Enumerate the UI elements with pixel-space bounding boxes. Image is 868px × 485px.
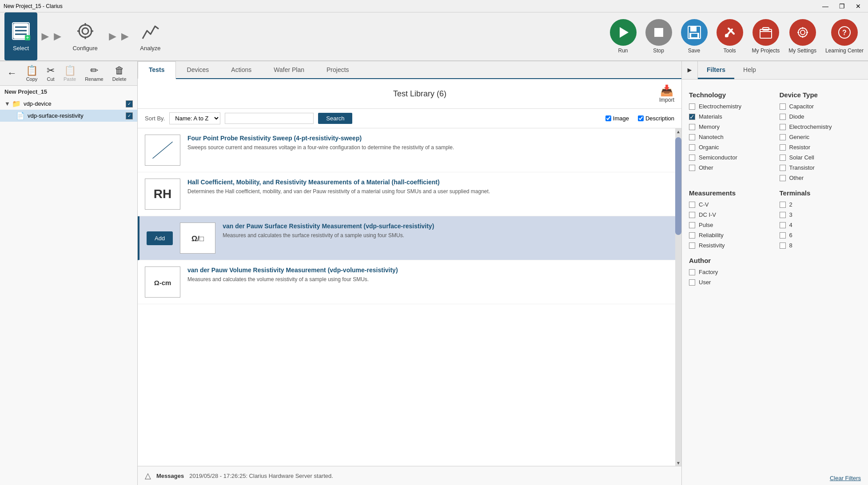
filter-checkbox-3[interactable] [780,212,786,218]
filter-checkbox-electrochemistry-dev[interactable] [780,124,786,130]
search-button[interactable]: Search [318,113,352,124]
filter-checkbox-dciv[interactable] [689,212,695,218]
add-button[interactable]: Add [147,231,173,245]
test-item-vdp-volume[interactable]: Ω-cm van der Pauw Volume Resistivity Mea… [138,260,681,304]
filter-checkbox-nanotech[interactable] [689,134,695,140]
tab-projects[interactable]: Projects [315,61,360,78]
device-item[interactable]: ▼ 📁 vdp-device ✓ [0,98,137,110]
filter-checkbox-user[interactable] [689,279,695,286]
svg-rect-14 [654,28,663,37]
tab-actions[interactable]: Actions [220,61,263,78]
svg-rect-16 [690,26,697,32]
main-toolbar: + Select ►► Configure ►► Analyze [0,12,868,61]
tab-devices[interactable]: Devices [176,61,220,78]
test-item-four-point[interactable]: Four Point Probe Resistivity Sweep (4-pt… [138,128,681,172]
tab-waferplan[interactable]: Wafer Plan [263,61,315,78]
filter-checkbox-electrochemistry-tech[interactable] [689,103,695,110]
test-checkbox[interactable]: ✓ [126,112,133,119]
filter-checkbox-capacitor[interactable] [780,103,786,110]
filter-label-3: 3 [789,211,792,218]
filter-checkbox-factory[interactable] [689,269,695,275]
tab-help[interactable]: Help [734,62,765,79]
filter-label-dciv: DC I-V [699,211,716,218]
display-checkboxes: Image Description [605,115,674,122]
delete-icon: 🗑 [115,65,124,76]
project-name: New Project_15 [0,86,137,98]
filter-checkbox-2[interactable] [780,202,786,208]
filter-checkbox-resistor[interactable] [780,144,786,151]
search-input[interactable] [225,113,314,124]
scrollbar[interactable]: ▲ ▼ [675,128,681,466]
tools-button[interactable]: Tools [717,19,743,54]
back-button[interactable]: ← [4,66,20,81]
configure-button[interactable]: Configure [65,12,104,60]
rename-button[interactable]: ✏ Rename [81,63,107,83]
app-title: New Project_15 - Clarius [4,3,63,9]
maximize-button[interactable]: ❐ [836,3,848,10]
filter-checkbox-reliability[interactable] [689,232,695,239]
filter-checkbox-diode[interactable] [780,114,786,120]
filter-checkbox-transistor[interactable] [780,165,786,171]
description-checkbox[interactable] [638,115,644,121]
messages-expand-icon[interactable]: △ [145,471,151,481]
filter-checkbox-6[interactable] [780,232,786,239]
run-button[interactable]: Run [610,19,637,54]
scrollbar-thumb[interactable] [675,137,681,235]
filter-checkbox-memory[interactable] [689,124,695,130]
filter-checkbox-semiconductor[interactable] [689,155,695,161]
filter-row-pulse: Pulse [689,222,771,228]
scrollbar-down-arrow[interactable]: ▼ [675,460,681,466]
paste-button[interactable]: 📋 Paste [60,63,80,83]
sort-select[interactable]: Name: A to Z [169,112,220,124]
clear-filters-button[interactable]: Clear Filters [682,471,868,485]
filter-checkbox-4[interactable] [780,222,786,228]
toolbar-right: Run Stop Save [610,19,864,54]
select-button[interactable]: + Select [4,12,37,60]
device-type-title: Device Type [780,91,861,99]
test-item-vdp-surface[interactable]: Add Ω/□ van der Pauw Surface Resistivity… [138,216,681,260]
filter-checkbox-solar-cell[interactable] [780,155,786,161]
cut-button[interactable]: ✂ Cut [43,63,58,83]
test-item-hall[interactable]: RH Hall Coefficient, Mobility, and Resis… [138,172,681,216]
stop-button[interactable]: Stop [645,19,672,54]
filter-checkbox-resistivity[interactable] [689,242,695,249]
copy-button[interactable]: 📋 Copy [22,63,41,83]
filter-row-diode: Diode [780,113,861,120]
filter-checkbox-generic[interactable] [780,134,786,140]
filter-checkbox-materials[interactable]: ✓ [689,114,695,120]
delete-button[interactable]: 🗑 Delete [109,63,130,83]
learningcenter-button[interactable]: ? Learning Center [825,19,864,54]
filter-checkbox-organic[interactable] [689,144,695,151]
filter-row-organic: Organic [689,144,771,151]
terminals-title: Terminals [780,189,861,197]
analyze-button[interactable]: Analyze [133,12,167,60]
tab-filters[interactable]: Filters [698,62,734,79]
minimize-button[interactable]: — [819,3,832,10]
author-section: Author Factory User [689,257,861,286]
test-info-vdp-volume: van der Pauw Volume Resistivity Measurem… [187,266,674,283]
close-button[interactable]: ✕ [852,3,864,10]
filter-checkbox-other-dev[interactable] [780,175,786,181]
scrollbar-up-arrow[interactable]: ▲ [675,128,681,135]
device-type-section: Device Type Capacitor Diode Electrochemi… [780,87,861,185]
test-item[interactable]: 📄 vdp-surface-resistivity ✓ [0,110,137,122]
import-button[interactable]: 📥 Import [659,84,674,103]
library-title: Test Library (6) [180,89,659,99]
filter-checkbox-pulse[interactable] [689,222,695,228]
filter-checkbox-cv[interactable] [689,202,695,208]
myprojects-button[interactable]: My Projects [752,19,780,54]
test-desc-vdp-volume: Measures and calculates the volume resis… [187,275,674,283]
filter-checkbox-8[interactable] [780,242,786,249]
panel-collapse-button[interactable]: ► [682,61,698,79]
device-checkbox[interactable]: ✓ [126,100,133,107]
image-checkbox[interactable] [605,115,611,121]
sort-label: Sort By. [145,115,165,122]
save-button[interactable]: Save [681,19,708,54]
filter-label-resistor: Resistor [789,144,811,151]
filter-checkbox-other-tech[interactable] [689,165,695,171]
filter-label-user: User [699,279,711,286]
filter-row-other-tech: Other [689,164,771,171]
filter-label-6: 6 [789,232,792,239]
tab-tests[interactable]: Tests [138,61,176,79]
mysettings-button[interactable]: My Settings [788,19,816,54]
